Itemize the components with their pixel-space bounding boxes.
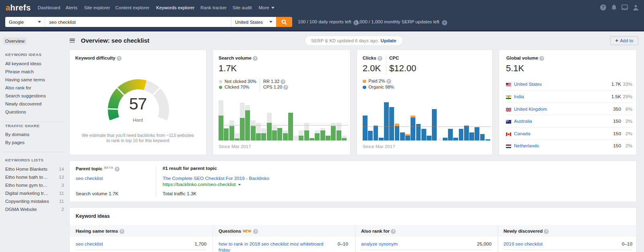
svg-text:?: ?	[602, 5, 604, 10]
